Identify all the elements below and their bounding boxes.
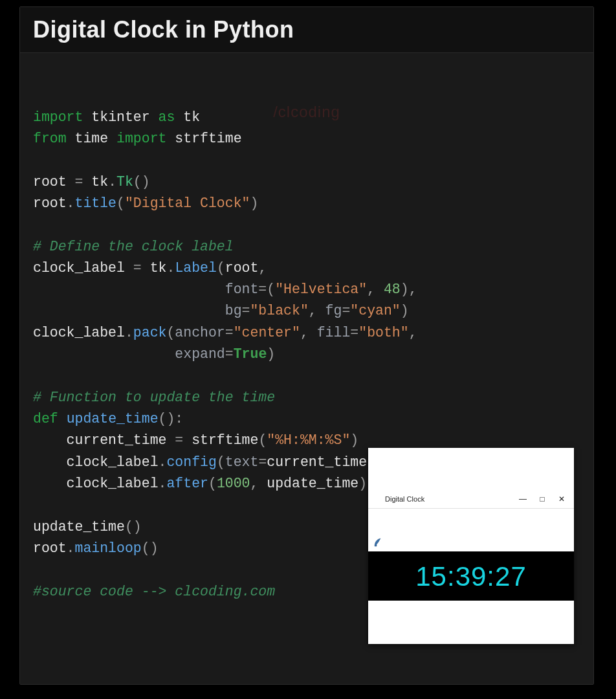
comma: , <box>300 325 309 340</box>
str-black: "black" <box>250 303 308 318</box>
page-title: Digital Clock in Python <box>33 16 580 43</box>
fn-updatetime: update_time <box>67 411 159 427</box>
fn-strftime2: strftime <box>192 432 258 448</box>
maximize-button[interactable]: □ <box>533 491 552 508</box>
eq: = <box>225 346 234 362</box>
clock-window-title: Digital Clock <box>385 494 513 505</box>
fn-strftime: strftime <box>175 131 241 146</box>
paren-close: ) <box>267 346 275 362</box>
eq: = <box>242 303 250 318</box>
paren-close: ) <box>401 303 409 318</box>
call-ut: update_time <box>33 519 125 535</box>
def-rest: (): <box>159 411 184 427</box>
kw-bg: bg <box>225 303 242 318</box>
paren-open: ( <box>217 260 225 276</box>
ref-tk: tk <box>91 174 108 190</box>
var-root2: root <box>33 195 67 211</box>
comma: , <box>309 303 317 318</box>
comment-2: # Function to update the time <box>33 390 275 405</box>
dot: . <box>67 540 75 556</box>
bool-true: True <box>234 346 267 362</box>
eq: = <box>225 325 234 340</box>
num-48: 48 <box>384 282 401 297</box>
var-cl3: clock_label <box>67 454 159 470</box>
clock-window: Digital Clock — □ ✕ 15:39:27 <box>368 448 574 644</box>
comma: , <box>409 282 417 297</box>
comma: , <box>250 476 258 491</box>
clock-titlebar: Digital Clock — □ ✕ <box>368 491 574 509</box>
var-root: root <box>33 174 67 190</box>
dot: . <box>108 174 116 190</box>
minimize-button[interactable]: — <box>513 491 533 508</box>
feather-icon <box>373 495 381 504</box>
cls-Label: Label <box>175 260 217 276</box>
paren: () <box>133 174 150 190</box>
num-1000: 1000 <box>217 476 250 491</box>
comma: , <box>367 282 375 297</box>
dot: . <box>166 260 175 276</box>
kw-import: import <box>33 109 83 125</box>
paren: () <box>125 519 142 535</box>
mod-time: time <box>75 131 109 146</box>
var-clocklabel2: clock_label <box>33 325 125 340</box>
paren-open: ( <box>166 325 175 340</box>
kw-font: font <box>225 282 259 297</box>
comma: , <box>258 260 267 276</box>
code-block: /clcoding import tkinter as tk from time… <box>20 53 593 684</box>
str-fmt: "%H:%M:%S" <box>267 432 350 448</box>
arg-root: root <box>225 260 259 276</box>
op-eq: = <box>133 260 142 276</box>
ref-ut: update_time <box>267 476 358 491</box>
fn-config: config <box>166 454 216 470</box>
comma: , <box>409 325 417 340</box>
title-bar: Digital Clock in Python <box>20 7 593 53</box>
eq: = <box>350 325 358 340</box>
op-eq: = <box>75 174 83 190</box>
cls-Tk: Tk <box>116 174 133 190</box>
str-helv: "Helvetica" <box>275 282 367 297</box>
dot: . <box>159 454 167 470</box>
ref-tk2: tk <box>150 260 167 276</box>
paren-close: ) <box>350 432 358 448</box>
close-button[interactable]: ✕ <box>552 491 571 508</box>
alias-tk: tk <box>183 109 200 125</box>
str-dc: "Digital Clock" <box>125 195 250 211</box>
eq: = <box>258 282 267 297</box>
comment-1: # Define the clock label <box>33 239 234 254</box>
paren-close: ) <box>401 282 409 297</box>
eq: = <box>175 432 183 448</box>
eq: = <box>342 303 350 318</box>
paren-close: ) <box>358 476 367 491</box>
kw-fill: fill <box>317 325 351 340</box>
fn-pack: pack <box>133 325 167 340</box>
fn-mainloop: mainloop <box>75 540 142 556</box>
comment-3: #source code --> clcoding.com <box>33 584 275 599</box>
dot: . <box>159 476 167 491</box>
paren-open: ( <box>267 282 275 297</box>
dot: . <box>125 325 133 340</box>
paren-open: ( <box>116 195 125 211</box>
kw-def: def <box>33 411 58 427</box>
str-cyan: "cyan" <box>350 303 400 318</box>
paren: () <box>142 540 159 556</box>
var-clocklabel: clock_label <box>33 260 125 276</box>
mod-tkinter: tkinter <box>91 109 149 125</box>
watermark: /clcoding <box>273 100 340 124</box>
var-root3: root <box>33 540 67 556</box>
paren-open: ( <box>258 432 267 448</box>
str-both: "both" <box>358 325 408 340</box>
kw-expand: expand <box>175 346 225 362</box>
paren-close: ) <box>250 195 258 211</box>
paren-open: ( <box>217 454 225 470</box>
kw-text: text <box>225 454 259 470</box>
str-center: "center" <box>234 325 300 340</box>
kw-from: from <box>33 131 67 146</box>
fn-title: title <box>75 195 117 211</box>
eq: = <box>258 454 267 470</box>
kw-import2: import <box>116 131 166 146</box>
var-ct: current_time <box>67 432 167 448</box>
var-ct2: current_time <box>267 454 367 470</box>
var-cl4: clock_label <box>67 476 159 491</box>
kw-anchor: anchor <box>175 325 225 340</box>
paren-open: ( <box>208 476 217 491</box>
